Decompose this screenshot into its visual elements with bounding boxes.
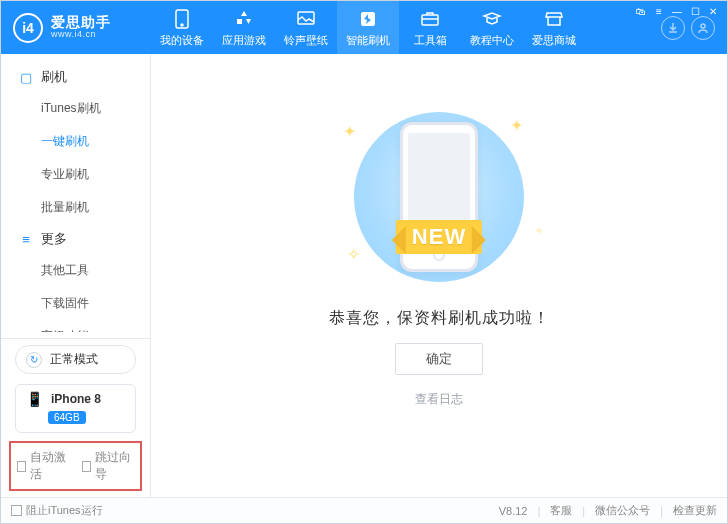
phone-outline-icon: ▢ bbox=[19, 70, 33, 85]
device-storage-badge: 64GB bbox=[48, 411, 86, 424]
user-icon[interactable] bbox=[691, 16, 715, 40]
tab-my-device[interactable]: 我的设备 bbox=[151, 1, 213, 54]
checkbox-label: 自动激活 bbox=[30, 449, 69, 483]
minimize-icon[interactable]: — bbox=[671, 5, 683, 17]
checkbox-auto-activate[interactable]: 自动激活 bbox=[17, 449, 70, 483]
version-label: V8.12 bbox=[499, 505, 528, 517]
brand-title: 爱思助手 bbox=[51, 15, 111, 30]
topbar: i4 爱思助手 www.i4.cn 我的设备 应用游戏 铃声壁纸 智能刷机 bbox=[1, 1, 727, 54]
tab-apps[interactable]: 应用游戏 bbox=[213, 1, 275, 54]
maximize-icon[interactable]: ☐ bbox=[689, 5, 701, 17]
checkbox-label: 阻止iTunes运行 bbox=[26, 503, 103, 518]
sparkle-icon: ✦ bbox=[510, 116, 523, 135]
svg-point-1 bbox=[181, 24, 183, 26]
wechat-link[interactable]: 微信公众号 bbox=[595, 503, 650, 518]
shopping-icon[interactable]: 🛍 bbox=[635, 5, 647, 17]
close-icon[interactable]: ✕ bbox=[707, 5, 719, 17]
mode-label: 正常模式 bbox=[50, 351, 98, 368]
brand-subtitle: www.i4.cn bbox=[51, 30, 111, 40]
svg-point-5 bbox=[701, 24, 705, 28]
checkbox-skip-guide[interactable]: 跳过向导 bbox=[82, 449, 135, 483]
sidebar-item-advanced[interactable]: 高级功能 bbox=[1, 320, 150, 332]
check-update-link[interactable]: 检查更新 bbox=[673, 503, 717, 518]
flash-icon bbox=[357, 8, 379, 30]
app-window: 🛍 ≡ — ☐ ✕ i4 爱思助手 www.i4.cn 我的设备 应用游戏 铃 bbox=[0, 0, 728, 524]
apps-icon bbox=[233, 8, 255, 30]
download-icon[interactable] bbox=[661, 16, 685, 40]
divider bbox=[1, 338, 150, 339]
wallpaper-icon bbox=[295, 8, 317, 30]
tab-label: 爱思商城 bbox=[532, 33, 576, 48]
tab-store[interactable]: 爱思商城 bbox=[523, 1, 585, 54]
tab-label: 工具箱 bbox=[414, 33, 447, 48]
tab-label: 铃声壁纸 bbox=[284, 33, 328, 48]
sidebar-item-download-firmware[interactable]: 下载固件 bbox=[1, 287, 150, 320]
refresh-icon: ↻ bbox=[26, 352, 42, 368]
sidebar-item-other-tools[interactable]: 其他工具 bbox=[1, 254, 150, 287]
success-illustration: ✦ ✦ ✧ ✧ NEW bbox=[319, 102, 559, 292]
sparkle-icon: ✧ bbox=[535, 225, 543, 236]
window-controls: 🛍 ≡ — ☐ ✕ bbox=[635, 5, 719, 17]
mode-pill[interactable]: ↻ 正常模式 bbox=[15, 345, 136, 374]
sidebar: ▢ 刷机 iTunes刷机 一键刷机 专业刷机 批量刷机 ≡ 更多 其他工具 下… bbox=[1, 54, 151, 497]
sidebar-group-label: 更多 bbox=[41, 230, 67, 248]
svg-rect-4 bbox=[422, 15, 438, 25]
sidebar-item-itunes-flash[interactable]: iTunes刷机 bbox=[1, 92, 150, 125]
main-tabs: 我的设备 应用游戏 铃声壁纸 智能刷机 工具箱 教程中心 bbox=[151, 1, 649, 54]
phone-icon bbox=[171, 8, 193, 30]
checkbox-icon bbox=[82, 461, 91, 472]
sidebar-item-batch-flash[interactable]: 批量刷机 bbox=[1, 191, 150, 224]
topbar-right bbox=[649, 16, 727, 40]
confirm-button[interactable]: 确定 bbox=[395, 343, 483, 375]
tab-toolbox[interactable]: 工具箱 bbox=[399, 1, 461, 54]
new-ribbon: NEW bbox=[396, 220, 482, 254]
tab-label: 我的设备 bbox=[160, 33, 204, 48]
menu-icon[interactable]: ≡ bbox=[653, 5, 665, 17]
sidebar-group-more[interactable]: ≡ 更多 bbox=[1, 224, 150, 254]
brand-logo-icon: i4 bbox=[13, 13, 43, 43]
tab-tutorials[interactable]: 教程中心 bbox=[461, 1, 523, 54]
success-message: 恭喜您，保资料刷机成功啦！ bbox=[329, 308, 550, 329]
sidebar-item-pro-flash[interactable]: 专业刷机 bbox=[1, 158, 150, 191]
view-log-link[interactable]: 查看日志 bbox=[415, 391, 463, 408]
sidebar-group-flash[interactable]: ▢ 刷机 bbox=[1, 62, 150, 92]
checkbox-icon bbox=[17, 461, 26, 472]
device-phone-icon: 📱 bbox=[26, 391, 43, 407]
tab-label: 应用游戏 bbox=[222, 33, 266, 48]
sidebar-item-oneclick-flash[interactable]: 一键刷机 bbox=[1, 125, 150, 158]
tab-flash[interactable]: 智能刷机 bbox=[337, 1, 399, 54]
status-bar: 阻止iTunes运行 V8.12 | 客服 | 微信公众号 | 检查更新 bbox=[1, 497, 727, 523]
sparkle-icon: ✦ bbox=[343, 122, 356, 141]
checkbox-label: 跳过向导 bbox=[95, 449, 134, 483]
more-icon: ≡ bbox=[19, 232, 33, 247]
tab-label: 教程中心 bbox=[470, 33, 514, 48]
checkbox-icon bbox=[11, 505, 22, 516]
tutorial-icon bbox=[481, 8, 503, 30]
tab-label: 智能刷机 bbox=[346, 33, 390, 48]
tab-ringtones[interactable]: 铃声壁纸 bbox=[275, 1, 337, 54]
toolbox-icon bbox=[419, 8, 441, 30]
device-card[interactable]: 📱 iPhone 8 64GB bbox=[15, 384, 136, 433]
device-name: iPhone 8 bbox=[51, 392, 101, 406]
support-link[interactable]: 客服 bbox=[550, 503, 572, 518]
bottom-options-highlight: 自动激活 跳过向导 bbox=[9, 441, 142, 491]
body: ▢ 刷机 iTunes刷机 一键刷机 专业刷机 批量刷机 ≡ 更多 其他工具 下… bbox=[1, 54, 727, 497]
brand: i4 爱思助手 www.i4.cn bbox=[1, 13, 151, 43]
sidebar-group-label: 刷机 bbox=[41, 68, 67, 86]
store-icon bbox=[543, 8, 565, 30]
sparkle-icon: ✧ bbox=[347, 245, 360, 264]
checkbox-prevent-itunes[interactable]: 阻止iTunes运行 bbox=[11, 503, 103, 518]
ribbon-text: NEW bbox=[396, 220, 482, 254]
main-panel: ✦ ✦ ✧ ✧ NEW 恭喜您，保资料刷机成功啦！ 确定 查看日志 bbox=[151, 54, 727, 497]
